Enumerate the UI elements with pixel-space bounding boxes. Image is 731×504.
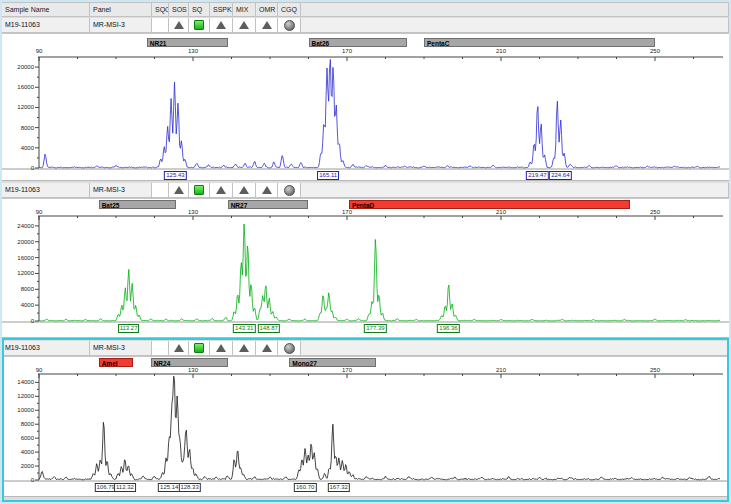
flag-omr-cell <box>256 183 278 198</box>
row-filler <box>301 18 729 33</box>
flag-sq-cell <box>189 18 210 33</box>
flag-sqo-cell <box>152 18 169 33</box>
header-cell-sspk: SSPK <box>210 2 233 17</box>
peak-size-label[interactable]: 143.31 <box>233 324 255 333</box>
warning-triangle-icon <box>174 186 184 194</box>
flag-sspk-cell <box>210 183 233 198</box>
panel-name-cell: MR-MSI-3 <box>90 18 152 33</box>
sample-name-cell: M19-11063 <box>2 341 90 356</box>
sample-name-cell: M19-11063 <box>2 183 90 198</box>
peak-size-label[interactable]: 167.32 <box>327 483 349 492</box>
flag-sos-cell <box>169 18 189 33</box>
electropherogram-plot[interactable]: NR21Bat26PentaC0400080001200016000200009… <box>2 33 729 181</box>
header-cell-panel: Panel <box>90 2 152 17</box>
flag-sos-cell <box>169 183 189 198</box>
peak-size-label[interactable]: 112.32 <box>114 483 136 492</box>
peak-size-label[interactable]: 125.14 <box>158 483 180 492</box>
flag-omr-cell <box>256 18 278 33</box>
warning-triangle-icon <box>239 186 249 194</box>
warning-triangle-icon <box>174 21 184 29</box>
peak-size-label[interactable]: 177.39 <box>364 324 386 333</box>
electropherogram-trace <box>2 34 729 182</box>
flag-sspk-cell <box>210 18 233 33</box>
electropherogram-plot[interactable]: AmelNR24Mono2702000400060008000100001200… <box>2 356 729 497</box>
flag-cgq-cell <box>278 341 301 356</box>
peak-size-label[interactable]: 165.11 <box>317 171 339 180</box>
header-cell-sq: SQ <box>189 2 210 17</box>
peak-size-label[interactable]: 196.36 <box>437 324 459 333</box>
sample-name-cell: M19-11063 <box>2 18 90 33</box>
cgq-status-circle-icon <box>284 20 295 31</box>
flag-mix-cell <box>233 341 256 356</box>
flag-sq-cell <box>189 341 210 356</box>
header-cell-mix: MIX <box>233 2 256 17</box>
warning-triangle-icon <box>216 21 226 29</box>
warning-triangle-icon <box>216 186 226 194</box>
panel-name-cell: MR-MSI-3 <box>90 183 152 198</box>
warning-triangle-icon <box>239 344 249 352</box>
warning-triangle-icon <box>262 21 272 29</box>
quality-pass-square-icon <box>194 185 204 195</box>
cgq-status-circle-icon <box>284 343 295 354</box>
warning-triangle-icon <box>262 186 272 194</box>
warning-triangle-icon <box>239 21 249 29</box>
flag-sqo-cell <box>152 341 169 356</box>
header-cell-cgq: CGQ <box>278 2 301 17</box>
flag-omr-cell <box>256 341 278 356</box>
quality-pass-square-icon <box>194 343 204 353</box>
peak-size-label[interactable]: 219.47 <box>526 171 548 180</box>
flag-mix-cell <box>233 18 256 33</box>
peak-size-label[interactable]: 148.87 <box>257 324 279 333</box>
peak-size-label[interactable]: 160.70 <box>294 483 316 492</box>
panel-name-cell: MR-MSI-3 <box>90 341 152 356</box>
flag-mix-cell <box>233 183 256 198</box>
header-cell-sos: SOS <box>169 2 189 17</box>
quality-pass-square-icon <box>194 20 204 30</box>
cgq-status-circle-icon <box>284 185 295 196</box>
flag-sspk-cell <box>210 341 233 356</box>
peak-size-label[interactable]: 224.64 <box>549 171 571 180</box>
warning-triangle-icon <box>174 344 184 352</box>
electropherogram-trace <box>2 357 729 498</box>
flag-cgq-cell <box>278 183 301 198</box>
row-filler <box>301 183 729 198</box>
flag-cgq-cell <box>278 18 301 33</box>
warning-triangle-icon <box>262 344 272 352</box>
flag-sqo-cell <box>152 183 169 198</box>
header-cell-sample-name: Sample Name <box>2 2 90 17</box>
header-cell-sqo: SQO <box>152 2 169 17</box>
row-filler <box>301 341 729 356</box>
electropherogram-plot[interactable]: Bat25NR27PentaD0400080001200016000200002… <box>2 198 729 338</box>
peak-size-label[interactable]: 113.27 <box>118 324 140 333</box>
fragment-analysis-window: Sample NamePanelSQOSOSSQSSPKMIXOMRCGQ M1… <box>0 0 731 504</box>
electropherogram-trace <box>2 199 729 339</box>
header-cell-omr: OMR <box>256 2 278 17</box>
peak-size-label[interactable]: 128.33 <box>178 483 200 492</box>
flag-sq-cell <box>189 183 210 198</box>
header-filler <box>301 2 729 17</box>
peak-size-label[interactable]: 125.43 <box>164 171 186 180</box>
warning-triangle-icon <box>216 344 226 352</box>
flag-sos-cell <box>169 341 189 356</box>
